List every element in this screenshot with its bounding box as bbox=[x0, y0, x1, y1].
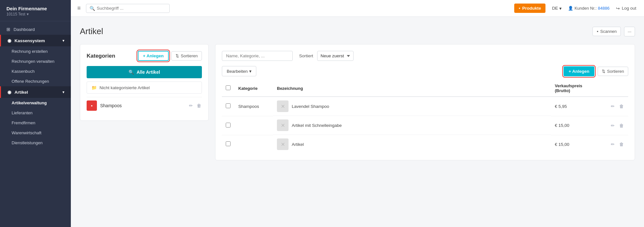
edit-icon[interactable]: ✏ bbox=[188, 102, 194, 109]
row-checkbox[interactable] bbox=[226, 141, 231, 146]
sidebar-item-artikelverwaltung[interactable]: Artikelverwaltung bbox=[0, 98, 71, 108]
artikel-icon: ◉ bbox=[7, 90, 11, 95]
th-kategorie: Kategorie bbox=[234, 80, 273, 97]
lang-selector[interactable]: DE ▾ bbox=[549, 5, 564, 12]
categories-panel-title: Kategorien bbox=[87, 53, 115, 59]
brand-sub: 10115 Test ▾ bbox=[6, 12, 64, 16]
articles-table: Kategorie Bezeichnung Verkaufspreis (Bru… bbox=[222, 80, 628, 154]
produkte-button[interactable]: ▪ Produkte bbox=[514, 4, 545, 13]
row-checkbox-cell bbox=[222, 97, 234, 116]
row-delete-icon[interactable]: 🗑 bbox=[619, 141, 624, 147]
category-icon-shampoos: ▪ bbox=[87, 100, 97, 111]
more-button[interactable]: ··· bbox=[624, 27, 635, 36]
row-edit-icon[interactable]: ✏ bbox=[610, 103, 615, 109]
topbar: ≡ 🔍 ▪ Produkte DE ▾ 👤 Kunden Nr.: 84886 … bbox=[71, 0, 644, 17]
category-actions-shampoos: ✏ 🗑 bbox=[188, 102, 202, 109]
search-box: 🔍 bbox=[86, 4, 170, 13]
scan-button[interactable]: ▪ Scannen bbox=[592, 27, 621, 36]
logout-button[interactable]: ↪ Log out bbox=[613, 5, 639, 12]
articles-search-input[interactable] bbox=[222, 51, 293, 61]
th-checkbox bbox=[222, 80, 234, 97]
row-edit-icon[interactable]: ✏ bbox=[610, 122, 615, 129]
th-bezeichnung: Bezeichnung bbox=[273, 80, 551, 97]
kassensystem-icon: ◉ bbox=[7, 38, 11, 43]
table-row: Shampoos ✕ Lavendel Shampoo € 5,95 ✏ 🗑 bbox=[222, 97, 628, 116]
sidebar-item-kassenbuch[interactable]: Kassenbuch bbox=[0, 66, 71, 76]
row-checkbox[interactable] bbox=[226, 103, 231, 108]
sidebar-item-warenwirtschaft[interactable]: Warenwirtschaft bbox=[0, 128, 71, 138]
articles-actions-right: + Anlegen ⇅ Sortieren bbox=[564, 66, 628, 76]
articles-sort-button[interactable]: ⇅ Sortieren bbox=[598, 67, 628, 76]
row-checkbox-cell bbox=[222, 116, 234, 135]
person-icon: 👤 bbox=[568, 6, 573, 11]
nicht-kategorisiert-button[interactable]: 📁 Nicht kategorisierte Artikel bbox=[87, 81, 202, 94]
search-input[interactable] bbox=[97, 6, 166, 11]
categories-panel: Kategorien + Anlegen ⇅ Sortieren 🔍 Alle … bbox=[80, 44, 209, 121]
hamburger-button[interactable]: ≡ bbox=[76, 4, 82, 13]
scan-icon: ▪ bbox=[597, 29, 598, 34]
sidebar-item-dienstleistungen[interactable]: Dienstleistungen bbox=[0, 138, 71, 148]
produkte-icon: ▪ bbox=[519, 6, 520, 11]
sidebar-nav: ⊞ Dashboard ◉ Kassensystem ▾ Rechnung er… bbox=[0, 21, 71, 227]
row-price: € 15,00 bbox=[551, 116, 602, 135]
categories-anlegen-button[interactable]: + Anlegen bbox=[138, 51, 169, 61]
sidebar-item-rechnungen-verwalten[interactable]: Rechnungen verwalten bbox=[0, 56, 71, 66]
category-label-shampoos: Shampoos bbox=[100, 103, 185, 108]
categories-header-actions: + Anlegen ⇅ Sortieren bbox=[138, 51, 202, 61]
sort-icon: ⇅ bbox=[175, 53, 179, 58]
row-bezeichnung: Artikel mit Schnelleingabe bbox=[292, 123, 342, 128]
th-price: Verkaufspreis (Brutto) bbox=[551, 80, 602, 97]
brand-name: Dein Firmenname bbox=[6, 6, 64, 11]
article-image: ✕ bbox=[277, 119, 289, 131]
sort-select[interactable]: Neue zuerst Alte zuerst Name A-Z Name Z-… bbox=[317, 51, 354, 61]
dashboard-icon: ⊞ bbox=[6, 27, 10, 32]
sidebar-item-lieferanten[interactable]: Lieferanten bbox=[0, 108, 71, 118]
row-checkbox[interactable] bbox=[226, 123, 231, 128]
row-price: € 15,00 bbox=[551, 135, 602, 154]
categories-sort-button[interactable]: ⇅ Sortieren bbox=[171, 51, 202, 61]
sidebar-item-offene-rechnungen[interactable]: Offene Rechnungen bbox=[0, 76, 71, 86]
row-checkbox-cell bbox=[222, 135, 234, 154]
sidebar-item-dashboard[interactable]: ⊞ Dashboard bbox=[0, 24, 71, 35]
sidebar-item-artikel[interactable]: ◉ Artikel ▾ bbox=[0, 86, 71, 98]
category-item-shampoos[interactable]: ▪ Shampoos ✏ 🗑 bbox=[87, 97, 202, 114]
search-icon: 🔍 bbox=[90, 6, 95, 11]
sidebar-item-kassensystem[interactable]: ◉ Kassensystem ▾ bbox=[0, 35, 71, 46]
select-all-checkbox[interactable] bbox=[226, 85, 231, 90]
articles-anlegen-button[interactable]: + Anlegen bbox=[564, 66, 594, 76]
categories-panel-header: Kategorien + Anlegen ⇅ Sortieren bbox=[87, 51, 202, 61]
articles-table-body: Shampoos ✕ Lavendel Shampoo € 5,95 ✏ 🗑 ✕… bbox=[222, 97, 628, 154]
table-row: ✕ Artikel mit Schnelleingabe € 15,00 ✏ 🗑 bbox=[222, 116, 628, 135]
dropdown-icon: ▾ bbox=[249, 69, 251, 74]
articles-panel: Sortiert Neue zuerst Alte zuerst Name A-… bbox=[215, 44, 635, 160]
customer-number-link[interactable]: 84886 bbox=[598, 6, 610, 11]
alle-artikel-button[interactable]: 🔍 Alle Artikel bbox=[87, 66, 202, 78]
row-price: € 5,95 bbox=[551, 97, 602, 116]
articles-table-head: Kategorie Bezeichnung Verkaufspreis (Bru… bbox=[222, 80, 628, 97]
delete-icon[interactable]: 🗑 bbox=[196, 102, 202, 109]
folder-icon: 📁 bbox=[91, 85, 97, 90]
article-image: ✕ bbox=[277, 100, 289, 112]
sidebar-item-fremdfirmen[interactable]: Fremdfirmen bbox=[0, 118, 71, 128]
sidebar-item-rechnung-erstellen[interactable]: Rechnung erstellen bbox=[0, 46, 71, 56]
search-circle-icon: 🔍 bbox=[128, 70, 134, 75]
row-delete-icon[interactable]: 🗑 bbox=[619, 122, 624, 129]
two-col-layout: Kategorien + Anlegen ⇅ Sortieren 🔍 Alle … bbox=[80, 44, 635, 160]
main-area: ≡ 🔍 ▪ Produkte DE ▾ 👤 Kunden Nr.: 84886 … bbox=[71, 0, 644, 227]
row-edit-icon[interactable]: ✏ bbox=[610, 141, 615, 147]
row-kategorie: Shampoos bbox=[234, 97, 273, 116]
sort-prefix-label: Sortiert bbox=[299, 53, 313, 58]
row-bezeichnung: Artikel bbox=[292, 142, 304, 147]
content-area: Artikel ▪ Scannen ··· Kategorien + Anleg… bbox=[71, 17, 644, 227]
row-kategorie bbox=[234, 135, 273, 154]
chevron-down-icon: ▾ bbox=[559, 6, 562, 11]
row-delete-icon[interactable]: 🗑 bbox=[619, 103, 624, 109]
customer-info: 👤 Kunden Nr.: 84886 bbox=[568, 6, 610, 11]
articles-table-header-row: Kategorie Bezeichnung Verkaufspreis (Bru… bbox=[222, 80, 628, 97]
bearbeiten-button[interactable]: Bearbeiten ▾ bbox=[222, 66, 256, 76]
logout-icon: ↪ bbox=[616, 6, 620, 11]
row-bezeichnung: Lavendel Shampoo bbox=[292, 104, 329, 109]
sidebar: Dein Firmenname 10115 Test ▾ ⊞ Dashboard… bbox=[0, 0, 71, 227]
th-actions bbox=[602, 80, 628, 97]
page-header-actions: ▪ Scannen ··· bbox=[592, 27, 635, 36]
